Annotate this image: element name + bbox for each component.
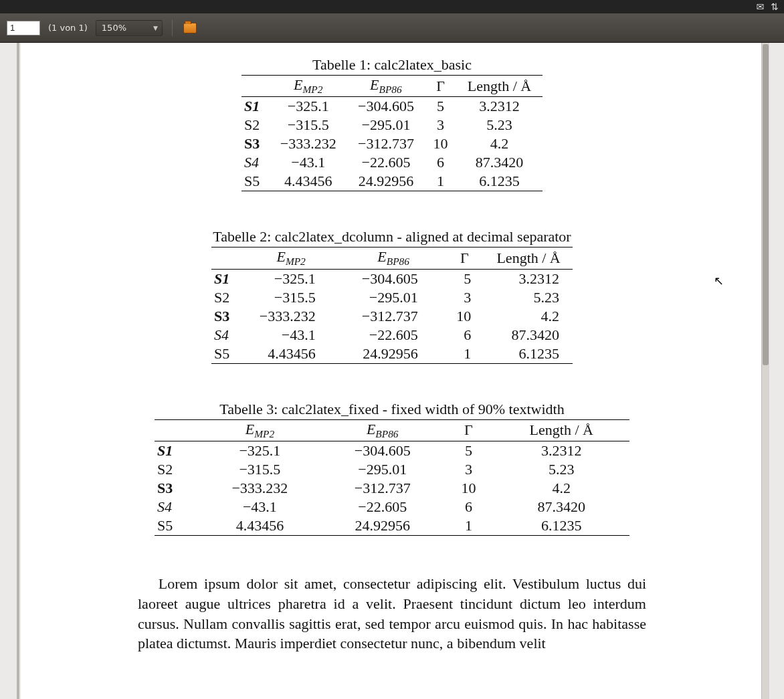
table-cell: 87.3420 [456,153,543,172]
zoom-value: 150% [102,23,126,33]
table-cell: −333.232 [270,134,347,153]
table-cell: −312.737 [342,307,445,326]
table-cell: −43.1 [199,498,321,516]
table-cell: −312.737 [321,479,444,498]
row-label: S5 [211,344,240,364]
table-cell: −22.605 [347,153,425,172]
table-cell: 4.2 [494,479,630,498]
row-label: S4 [241,153,270,172]
table-cell: 5.23 [494,460,630,479]
table-header: EMP2 [199,419,321,441]
table-row: S1−325.1−304.60553.2312 [211,269,573,288]
open-file-button[interactable] [182,21,198,35]
row-label: S5 [241,172,270,191]
table-cell: 5.23 [456,116,543,134]
table-cell: −315.5 [199,460,321,479]
table-cell: 6 [425,153,456,172]
table-cell: 1 [444,516,493,536]
table-header: EBP86 [347,76,425,97]
table-header: Γ [444,419,493,441]
table-cell: 1 [445,344,484,364]
table-cell: 5 [444,441,493,461]
table-wrap: Tabelle 2: calc2latex_dcolumn - aligned … [138,228,646,400]
table-row: S1−325.1−304.60553.2312 [241,97,543,116]
table-cell: 24.92956 [321,516,444,536]
document-page: Tabelle 1: calc2latex_basicEMP2EBP86ΓLen… [21,43,763,699]
body-text: Lorem ipsum dolor sit amet, consectetur … [138,574,646,654]
page-shadow [17,43,19,699]
table-cell: −315.5 [240,288,342,307]
table-cell: 3 [445,288,484,307]
table-header: EMP2 [270,76,347,97]
table-cell: 87.3420 [494,498,630,516]
table-cell: −43.1 [240,326,342,344]
table-header [211,247,240,269]
table-cell: 6 [444,498,493,516]
table-cell: −22.605 [321,498,444,516]
table-cell: −333.232 [199,479,321,498]
row-label: S5 [155,516,199,536]
mail-icon[interactable]: ✉ [757,2,765,11]
data-table: EMP2EBP86ΓLength / ÅS1−325.1−304.60553.2… [211,247,573,363]
row-label: S4 [155,498,199,516]
table-cell: 10 [425,134,456,153]
table-cell: −312.737 [347,134,425,153]
row-label: S3 [155,479,199,498]
table-cell: −295.01 [342,288,445,307]
network-icon[interactable]: ⇅ [771,2,779,11]
table-cell: −304.605 [347,97,425,116]
table-cell: 6.1235 [494,516,630,536]
table-caption: Tabelle 1: calc2latex_basic [312,56,472,74]
table-cell: −295.01 [321,460,444,479]
system-tray: ✉ ⇅ [0,0,784,13]
table-header: EMP2 [240,247,342,269]
table-cell: −43.1 [270,153,347,172]
row-label: S1 [211,269,240,288]
row-label: S1 [241,97,270,116]
table-cell: 3.2312 [484,269,573,288]
folder-icon [183,23,197,33]
table-cell: 4.43456 [270,172,347,191]
table-cell: 24.92956 [342,344,445,364]
row-label: S4 [211,326,240,344]
table-row: S2−315.5−295.0135.23 [211,288,573,307]
table-cell: −333.232 [240,307,342,326]
table-header: EBP86 [342,247,445,269]
document-viewer: Tabelle 1: calc2latex_basicEMP2EBP86ΓLen… [0,43,784,699]
table-header: Γ [425,76,456,97]
toolbar: (1 von 1) 150% ▼ [0,13,784,43]
table-header: Length / Å [484,247,573,269]
table-header: EBP86 [321,419,444,441]
table-cell: −325.1 [199,441,321,461]
table-row: S54.4345624.9295616.1235 [211,344,573,364]
table-cell: 6.1235 [484,344,573,364]
table-cell: −304.605 [342,269,445,288]
vertical-scrollbar[interactable] [761,43,769,699]
table-cell: 24.92956 [347,172,425,191]
table-row: S3−333.232−312.737104.2 [155,479,629,498]
table-cell: 10 [444,479,493,498]
page-number-input[interactable] [7,21,40,35]
table-header: Length / Å [494,419,630,441]
table-wrap: Tabelle 1: calc2latex_basicEMP2EBP86ΓLen… [138,56,646,228]
table-header: Γ [445,247,484,269]
table-cell: 5.23 [484,288,573,307]
table-header [241,76,270,97]
table-header [155,419,199,441]
table-cell: −304.605 [321,441,444,461]
toolbar-separator [172,20,173,36]
data-table: EMP2EBP86ΓLength / ÅS1−325.1−304.60553.2… [241,75,543,191]
table-caption: Tabelle 3: calc2latex_fixed - fixed widt… [219,401,564,418]
table-row: S54.4345624.9295616.1235 [241,172,543,191]
scrollbar-thumb[interactable] [763,44,769,365]
table-row: S2−315.5−295.0135.23 [241,116,543,134]
table-cell: 4.43456 [240,344,342,364]
table-header: Length / Å [456,76,543,97]
table-row: S54.4345624.9295616.1235 [155,516,629,536]
table-cell: −295.01 [347,116,425,134]
table-cell: 10 [445,307,484,326]
row-label: S3 [241,134,270,153]
zoom-select[interactable]: 150% ▼ [96,20,163,36]
data-table: EMP2EBP86ΓLength / ÅS1−325.1−304.60553.2… [155,419,629,536]
chevron-down-icon: ▼ [153,25,158,31]
